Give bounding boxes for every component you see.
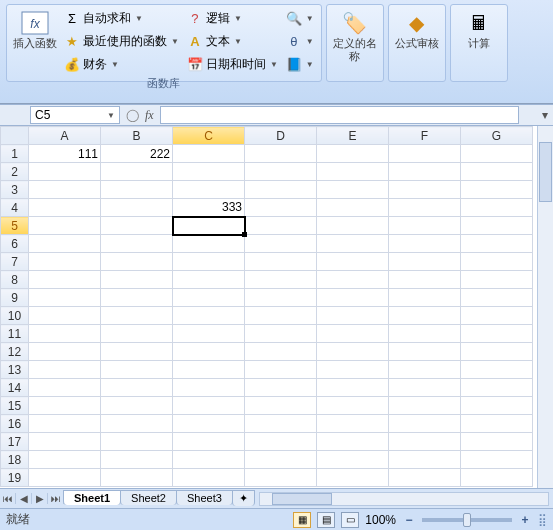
cell-A2[interactable] [29, 163, 101, 181]
cell-C19[interactable] [173, 469, 245, 487]
cell-F15[interactable] [389, 397, 461, 415]
cell-D5[interactable] [245, 217, 317, 235]
cell-G1[interactable] [461, 145, 533, 163]
cell-F16[interactable] [389, 415, 461, 433]
cell-E7[interactable] [317, 253, 389, 271]
cell-F13[interactable] [389, 361, 461, 379]
cell-B12[interactable] [101, 343, 173, 361]
cell-C15[interactable] [173, 397, 245, 415]
financial-button[interactable]: 💰财务▼ [61, 53, 182, 75]
cell-D4[interactable] [245, 199, 317, 217]
sheet-tab-sheet1[interactable]: Sheet1 [63, 490, 121, 505]
cell-D7[interactable] [245, 253, 317, 271]
cell-E15[interactable] [317, 397, 389, 415]
cell-B18[interactable] [101, 451, 173, 469]
text-button[interactable]: A文本▼ [184, 30, 281, 52]
row-header-14[interactable]: 14 [1, 379, 29, 397]
normal-view-button[interactable]: ▦ [293, 512, 311, 528]
cell-F17[interactable] [389, 433, 461, 451]
cell-C13[interactable] [173, 361, 245, 379]
row-header-12[interactable]: 12 [1, 343, 29, 361]
cell-G13[interactable] [461, 361, 533, 379]
sheet-tab-sheet2[interactable]: Sheet2 [120, 490, 177, 505]
row-header-3[interactable]: 3 [1, 181, 29, 199]
cell-E8[interactable] [317, 271, 389, 289]
cell-C1[interactable] [173, 145, 245, 163]
cell-F9[interactable] [389, 289, 461, 307]
row-header-18[interactable]: 18 [1, 451, 29, 469]
cell-B11[interactable] [101, 325, 173, 343]
cell-G14[interactable] [461, 379, 533, 397]
cell-D14[interactable] [245, 379, 317, 397]
cell-F1[interactable] [389, 145, 461, 163]
lookup-button[interactable]: 🔍▼ [283, 7, 317, 29]
cell-A1[interactable]: 111 [29, 145, 101, 163]
cell-C7[interactable] [173, 253, 245, 271]
cell-E5[interactable] [317, 217, 389, 235]
cell-C9[interactable] [173, 289, 245, 307]
math-button[interactable]: θ▼ [283, 30, 317, 52]
cell-G6[interactable] [461, 235, 533, 253]
row-header-16[interactable]: 16 [1, 415, 29, 433]
cell-A3[interactable] [29, 181, 101, 199]
vertical-scrollbar[interactable] [537, 126, 553, 488]
row-header-8[interactable]: 8 [1, 271, 29, 289]
cell-G11[interactable] [461, 325, 533, 343]
cell-G8[interactable] [461, 271, 533, 289]
row-header-19[interactable]: 19 [1, 469, 29, 487]
cell-G9[interactable] [461, 289, 533, 307]
prev-sheet-button[interactable]: ◀ [16, 493, 32, 504]
cell-D16[interactable] [245, 415, 317, 433]
cell-B14[interactable] [101, 379, 173, 397]
cell-D9[interactable] [245, 289, 317, 307]
zoom-slider-thumb[interactable] [463, 513, 471, 527]
cell-A7[interactable] [29, 253, 101, 271]
cell-B17[interactable] [101, 433, 173, 451]
cell-D10[interactable] [245, 307, 317, 325]
cell-E19[interactable] [317, 469, 389, 487]
insert-function-button[interactable]: fx 插入函数 [11, 7, 59, 52]
calculate-button[interactable]: 🖩 计算 [455, 7, 503, 52]
cell-E6[interactable] [317, 235, 389, 253]
cell-A14[interactable] [29, 379, 101, 397]
cell-G15[interactable] [461, 397, 533, 415]
zoom-in-button[interactable]: + [518, 513, 532, 527]
cell-A19[interactable] [29, 469, 101, 487]
cell-E13[interactable] [317, 361, 389, 379]
cell-F19[interactable] [389, 469, 461, 487]
cell-D19[interactable] [245, 469, 317, 487]
fx-button[interactable]: fx [145, 108, 154, 123]
horizontal-scrollbar[interactable] [259, 492, 549, 506]
cell-C14[interactable] [173, 379, 245, 397]
cell-F5[interactable] [389, 217, 461, 235]
cell-F4[interactable] [389, 199, 461, 217]
last-sheet-button[interactable]: ⏭ [48, 493, 64, 504]
cell-G5[interactable] [461, 217, 533, 235]
cell-D6[interactable] [245, 235, 317, 253]
scrollbar-thumb[interactable] [539, 142, 552, 202]
cell-B4[interactable] [101, 199, 173, 217]
column-header-C[interactable]: C [173, 127, 245, 145]
logical-button[interactable]: ?逻辑▼ [184, 7, 281, 29]
cell-G3[interactable] [461, 181, 533, 199]
cell-B2[interactable] [101, 163, 173, 181]
row-header-1[interactable]: 1 [1, 145, 29, 163]
cell-A9[interactable] [29, 289, 101, 307]
cell-F3[interactable] [389, 181, 461, 199]
cell-G18[interactable] [461, 451, 533, 469]
cell-E3[interactable] [317, 181, 389, 199]
more-functions-button[interactable]: 📘▼ [283, 53, 317, 75]
cell-G10[interactable] [461, 307, 533, 325]
cell-F11[interactable] [389, 325, 461, 343]
define-name-button[interactable]: 🏷️ 定义的名称 [331, 7, 379, 65]
cell-B6[interactable] [101, 235, 173, 253]
page-layout-view-button[interactable]: ▤ [317, 512, 335, 528]
name-box[interactable]: C5 ▼ [30, 106, 120, 124]
cell-F12[interactable] [389, 343, 461, 361]
cell-G4[interactable] [461, 199, 533, 217]
cell-E1[interactable] [317, 145, 389, 163]
column-header-D[interactable]: D [245, 127, 317, 145]
next-sheet-button[interactable]: ▶ [32, 493, 48, 504]
cell-F2[interactable] [389, 163, 461, 181]
cell-B8[interactable] [101, 271, 173, 289]
